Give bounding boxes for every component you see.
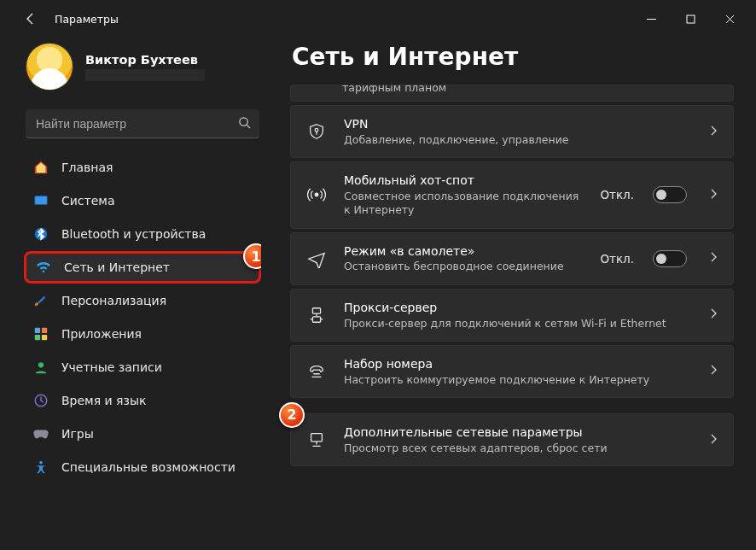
profile-block[interactable]: Виктор Бухтеев [24,38,261,106]
chevron-right-icon [707,364,719,378]
page-title: Сеть и Интернет [292,43,734,71]
card-subtitle: Прокси-сервер для подключений к сетям Wi… [344,317,692,331]
airplane-toggle[interactable] [653,250,687,267]
person-icon [32,359,49,376]
svg-rect-5 [35,328,40,333]
svg-rect-0 [687,15,695,23]
sidebar-item-label: Игры [61,427,253,441]
back-button[interactable] [15,3,46,34]
svg-rect-2 [35,196,47,205]
airplane-icon [305,249,329,268]
svg-point-9 [38,362,44,367]
svg-rect-7 [35,335,40,340]
maximize-button[interactable] [671,5,710,32]
sidebar-item-label: Специальные возможности [61,460,253,474]
svg-point-12 [315,128,318,132]
main-content: Сеть и Интернет тарифным планом VPN Доба… [271,38,756,550]
hotspot-toggle[interactable] [653,186,687,203]
card-subtitle: Просмотр всех сетевых адаптеров, сброс с… [344,442,692,455]
sidebar-item-gaming[interactable]: Игры [24,418,261,450]
sidebar-item-apps[interactable]: Приложения [24,318,261,350]
sidebar-item-label: Учетные записи [61,360,253,374]
minimize-button[interactable] [631,5,671,32]
card-advanced-network[interactable]: 2 Дополнительные сетевые параметры Просм… [290,413,734,466]
chevron-right-icon [707,125,719,139]
sidebar-item-label: Сеть и Интернет [64,260,250,274]
toggle-status: Откл. [600,252,634,266]
partial-card-cut[interactable]: тарифным планом [290,85,734,102]
titlebar: Параметры [0,0,756,38]
svg-point-13 [315,193,318,196]
search-box[interactable] [26,109,259,138]
card-subtitle: Остановить беспроводное соединение [344,260,584,273]
wifi-icon [35,259,52,276]
network-adapter-icon [305,430,329,449]
accessibility-icon [32,459,49,476]
card-airplane[interactable]: Режим «в самолете» Остановить беспроводн… [290,232,734,285]
callout-badge-2: 2 [279,402,305,428]
close-button[interactable] [710,5,749,32]
shield-icon [305,122,329,141]
svg-rect-14 [312,307,320,313]
chevron-right-icon [707,307,719,322]
hotspot-icon [305,185,329,204]
chevron-right-icon [707,188,719,202]
sidebar-item-time-language[interactable]: Время и язык [24,384,261,417]
sidebar-item-label: Bluetooth и устройства [61,227,253,241]
card-dialup[interactable]: Набор номера Настроить коммутируемое под… [290,345,734,398]
sidebar-item-system[interactable]: Система [24,184,261,217]
proxy-icon [305,306,329,325]
sidebar-item-label: Время и язык [61,394,253,407]
search-input[interactable] [36,117,238,131]
card-subtitle: Настроить коммутируемое подключение к Ин… [344,373,692,387]
chevron-right-icon [707,433,719,448]
profile-name: Виктор Бухтеев [85,53,205,67]
card-proxy[interactable]: Прокси-сервер Прокси-сервер для подключе… [290,289,734,342]
system-icon [32,192,49,209]
sidebar-nav: Главная Система Bluetooth и устройства С… [24,150,261,541]
window-title: Параметры [55,13,119,26]
card-title: Прокси-сервер [344,300,692,316]
svg-rect-15 [312,317,320,322]
svg-point-1 [240,117,247,125]
card-title: Набор номера [344,356,692,372]
sidebar-item-home[interactable]: Главная [24,151,261,184]
apps-icon [32,325,49,342]
card-title: Мобильный хот-спот [344,173,584,189]
profile-email-redacted [85,69,205,81]
svg-rect-8 [42,335,47,340]
toggle-status: Откл. [600,188,634,202]
card-subtitle: Добавление, подключение, управление [344,133,692,147]
gamepad-icon [32,425,49,442]
card-title: Дополнительные сетевые параметры [344,424,692,441]
svg-point-11 [39,461,43,465]
sidebar-item-label: Главная [61,161,253,174]
sidebar: Виктор Бухтеев Главная Система [0,38,271,550]
svg-rect-16 [311,434,323,442]
svg-rect-6 [42,328,47,333]
window-controls [631,5,749,32]
search-icon [238,116,251,132]
avatar [26,43,73,91]
card-subtitle: Совместное использование подключения к И… [344,190,584,218]
card-title: VPN [344,116,692,132]
sidebar-item-label: Система [61,194,253,208]
sidebar-item-accounts[interactable]: Учетные записи [24,351,261,383]
sidebar-item-bluetooth[interactable]: Bluetooth и устройства [24,218,261,250]
clock-globe-icon [32,392,49,409]
sidebar-item-network[interactable]: Сеть и Интернет 1 [24,251,261,284]
sidebar-item-personalization[interactable]: Персонализация [24,284,261,317]
bluetooth-icon [32,225,49,243]
card-title: Режим «в самолете» [344,243,584,260]
card-hotspot[interactable]: Мобильный хот-спот Совместное использова… [290,161,734,228]
brush-icon [32,292,49,309]
phone-icon [305,362,329,381]
card-vpn[interactable]: VPN Добавление, подключение, управление [290,105,734,158]
sidebar-item-label: Персонализация [61,294,253,307]
chevron-right-icon [707,251,719,266]
home-icon [32,159,49,176]
sidebar-item-accessibility[interactable]: Специальные возможности [24,451,261,483]
sidebar-item-label: Приложения [61,327,253,341]
